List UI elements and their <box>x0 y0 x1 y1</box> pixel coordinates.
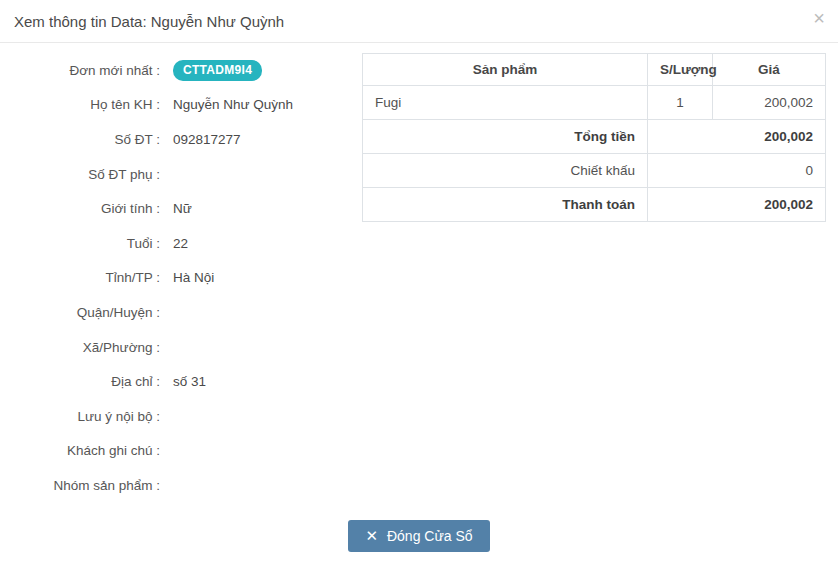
info-label: Xã/Phường : <box>0 340 160 355</box>
info-label: Tuổi : <box>0 236 160 251</box>
view-data-modal: Xem thông tin Data: Nguyễn Như Quỳnh × Đ… <box>0 0 838 581</box>
modal-body: Đơn mới nhất : CTTADM9I4 Họ tên KH : Ngu… <box>0 43 838 581</box>
info-label: Đơn mới nhất : <box>0 63 160 78</box>
payment-value: 200,002 <box>648 188 826 222</box>
info-row-customer-note: Khách ghi chú : <box>0 434 362 469</box>
info-row-district: Quận/Huyện : <box>0 295 362 330</box>
info-value: số 31 <box>173 374 206 389</box>
info-label: Địa chỉ : <box>0 374 160 389</box>
info-row-phone: Số ĐT : 092817277 <box>0 122 362 157</box>
info-row-secondary-phone: Số ĐT phụ : <box>0 157 362 192</box>
info-row-gender: Giới tính : Nữ <box>0 191 362 226</box>
info-label: Số ĐT : <box>0 132 160 147</box>
close-icon[interactable]: × <box>813 8 825 28</box>
info-label: Quận/Huyện : <box>0 305 160 320</box>
modal-header: Xem thông tin Data: Nguyễn Như Quỳnh × <box>0 0 838 43</box>
total-row: Tổng tiền 200,002 <box>363 120 826 154</box>
close-window-button-label: Đóng Cửa Sổ <box>387 528 473 544</box>
close-window-button[interactable]: ✕ Đóng Cửa Sổ <box>348 520 489 552</box>
info-value: Nữ <box>173 201 192 216</box>
total-label: Tổng tiền <box>363 120 648 154</box>
table-header-row: Sản phẩm S/Lượng Giá <box>363 54 826 86</box>
info-label: Số ĐT phụ : <box>0 167 160 182</box>
info-label: Tỉnh/TP : <box>0 270 160 285</box>
latest-order-badge[interactable]: CTTADM9I4 <box>173 60 262 81</box>
info-row-internal-note: Lưu ý nội bộ : <box>0 399 362 434</box>
info-row-address: Địa chỉ : số 31 <box>0 364 362 399</box>
column-header-product: Sản phẩm <box>363 54 648 86</box>
product-price: 200,002 <box>713 86 826 120</box>
info-label: Họ tên KH : <box>0 97 160 112</box>
info-value: Nguyễn Như Quỳnh <box>173 97 293 112</box>
discount-value: 0 <box>648 154 826 188</box>
info-label: Giới tính : <box>0 201 160 216</box>
close-x-icon: ✕ <box>365 527 378 544</box>
discount-label: Chiết khấu <box>363 154 648 188</box>
product-name: Fugi <box>363 86 648 120</box>
total-value: 200,002 <box>648 120 826 154</box>
order-summary-table: Sản phẩm S/Lượng Giá Fugi 1 200,002 Tổng… <box>362 53 825 222</box>
info-label: Lưu ý nội bộ : <box>0 409 160 424</box>
info-row-province: Tỉnh/TP : Hà Nội <box>0 261 362 296</box>
discount-row: Chiết khấu 0 <box>363 154 826 188</box>
info-row-latest-order: Đơn mới nhất : CTTADM9I4 <box>0 53 362 88</box>
info-value: 092817277 <box>173 132 241 147</box>
column-header-price: Giá <box>713 54 826 86</box>
payment-row: Thanh toán 200,002 <box>363 188 826 222</box>
customer-info-list: Đơn mới nhất : CTTADM9I4 Họ tên KH : Ngu… <box>0 43 362 503</box>
info-row-product-group: Nhóm sản phẩm : <box>0 468 362 503</box>
product-row: Fugi 1 200,002 <box>363 86 826 120</box>
modal-title: Xem thông tin Data: Nguyễn Như Quỳnh <box>14 13 284 30</box>
modal-footer: ✕ Đóng Cửa Sổ <box>0 520 838 552</box>
info-label: Khách ghi chú : <box>0 443 160 458</box>
info-row-customer-name: Họ tên KH : Nguyễn Như Quỳnh <box>0 88 362 123</box>
product-quantity: 1 <box>648 86 713 120</box>
info-label: Nhóm sản phẩm : <box>0 478 160 493</box>
column-header-quantity: S/Lượng <box>648 54 713 86</box>
info-value: 22 <box>173 236 188 251</box>
info-value: Hà Nội <box>173 270 214 285</box>
info-row-age: Tuổi : 22 <box>0 226 362 261</box>
payment-label: Thanh toán <box>363 188 648 222</box>
info-row-ward: Xã/Phường : <box>0 330 362 365</box>
